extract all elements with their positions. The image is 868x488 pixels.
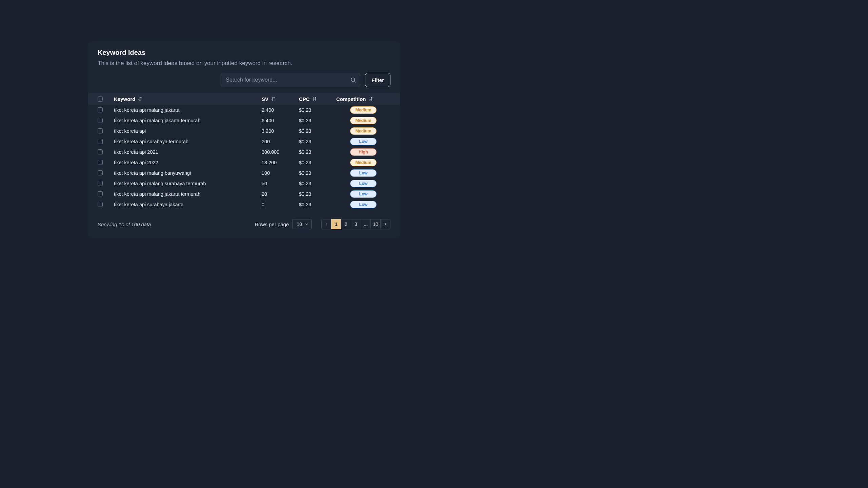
card-header: Keyword Ideas This is the list of keywor… bbox=[88, 49, 400, 67]
chevron-down-icon bbox=[305, 222, 309, 226]
sort-icon bbox=[369, 97, 373, 101]
table-row: tiket kereta api 3.200 $0.23 Medium bbox=[88, 126, 400, 136]
competition-badge: Low bbox=[350, 180, 377, 187]
sort-icon bbox=[138, 97, 142, 101]
cell-competition: High bbox=[336, 148, 390, 156]
table-row: tiket kereta api malang jakarta termurah… bbox=[88, 115, 400, 126]
page-prev[interactable] bbox=[321, 219, 331, 229]
col-competition-label: Competition bbox=[336, 96, 366, 102]
cell-sv: 13.200 bbox=[262, 160, 299, 165]
cell-competition: Low bbox=[336, 180, 390, 187]
cell-competition: Low bbox=[336, 190, 390, 198]
table-footer: Showing 10 of 100 data Rows per page 10 … bbox=[88, 210, 400, 231]
cell-competition: Low bbox=[336, 201, 390, 208]
row-checkbox[interactable] bbox=[98, 170, 103, 175]
page-10[interactable]: 10 bbox=[370, 219, 381, 229]
row-checkbox[interactable] bbox=[98, 160, 103, 165]
competition-badge: Medium bbox=[350, 127, 377, 135]
cell-cpc: $0.23 bbox=[299, 128, 336, 134]
table-row: tiket kereta api surabaya termurah 200 $… bbox=[88, 136, 400, 147]
row-checkbox[interactable] bbox=[98, 118, 103, 123]
cell-sv: 200 bbox=[262, 139, 299, 144]
competition-badge: Medium bbox=[350, 159, 377, 166]
cell-sv: 300.000 bbox=[262, 149, 299, 155]
cell-keyword: tiket kereta api surabaya jakarta bbox=[114, 202, 262, 207]
cell-competition: Medium bbox=[336, 117, 390, 124]
competition-badge: High bbox=[350, 148, 377, 156]
col-keyword-label: Keyword bbox=[114, 96, 135, 102]
page-next[interactable] bbox=[380, 219, 390, 229]
cell-keyword: tiket kereta api 2021 bbox=[114, 149, 262, 155]
cell-sv: 2.400 bbox=[262, 107, 299, 113]
competition-badge: Low bbox=[350, 138, 377, 145]
table-row: tiket kereta api malang banyuwangi 100 $… bbox=[88, 168, 400, 178]
cell-sv: 3.200 bbox=[262, 128, 299, 134]
competition-badge: Low bbox=[350, 169, 377, 177]
cell-cpc: $0.23 bbox=[299, 191, 336, 197]
col-keyword[interactable]: Keyword bbox=[114, 96, 262, 102]
cell-sv: 100 bbox=[262, 170, 299, 176]
page-1[interactable]: 1 bbox=[331, 219, 341, 229]
col-sv[interactable]: SV bbox=[262, 96, 299, 102]
table-row: tiket kereta api 2022 13.200 $0.23 Mediu… bbox=[88, 157, 400, 168]
toolbar: Filter bbox=[88, 67, 400, 93]
rows-per-page-value: 10 bbox=[297, 221, 302, 227]
cell-cpc: $0.23 bbox=[299, 160, 336, 165]
search-icon bbox=[350, 77, 356, 83]
col-cpc[interactable]: CPC bbox=[299, 96, 336, 102]
keyword-table: Keyword SV CPC Competition bbox=[88, 93, 400, 210]
rows-per-page-label: Rows per page bbox=[255, 221, 289, 227]
search-input[interactable] bbox=[221, 73, 360, 87]
page-3[interactable]: 3 bbox=[351, 219, 361, 229]
select-all-checkbox[interactable] bbox=[98, 97, 103, 102]
cell-cpc: $0.23 bbox=[299, 181, 336, 186]
row-checkbox[interactable] bbox=[98, 149, 103, 154]
cell-keyword: tiket kereta api 2022 bbox=[114, 160, 262, 165]
cell-competition: Medium bbox=[336, 127, 390, 135]
showing-text: Showing 10 of 100 data bbox=[98, 221, 151, 227]
table-row: tiket kereta api malang jakarta termurah… bbox=[88, 189, 400, 199]
search-wrap bbox=[221, 73, 360, 87]
cell-competition: Low bbox=[336, 138, 390, 145]
sort-icon bbox=[271, 97, 275, 101]
competition-badge: Medium bbox=[350, 106, 377, 114]
table-body: tiket kereta api malang jakarta 2.400 $0… bbox=[88, 105, 400, 210]
cell-keyword: tiket kereta api malang jakarta bbox=[114, 107, 262, 113]
cell-competition: Medium bbox=[336, 159, 390, 166]
row-checkbox[interactable] bbox=[98, 191, 103, 196]
cell-competition: Medium bbox=[336, 106, 390, 114]
row-checkbox[interactable] bbox=[98, 128, 103, 133]
filter-button[interactable]: Filter bbox=[365, 73, 390, 87]
table-header: Keyword SV CPC Competition bbox=[88, 93, 400, 105]
table-row: tiket kereta api malang surabaya termura… bbox=[88, 178, 400, 189]
chevron-right-icon bbox=[383, 222, 387, 226]
chevron-left-icon bbox=[324, 222, 328, 226]
cell-keyword: tiket kereta api malang jakarta termurah bbox=[114, 191, 262, 197]
competition-badge: Medium bbox=[350, 117, 377, 124]
cell-keyword: tiket kereta api surabaya termurah bbox=[114, 139, 262, 144]
row-checkbox[interactable] bbox=[98, 202, 103, 207]
cell-keyword: tiket kereta api malang jakarta termurah bbox=[114, 118, 262, 123]
cell-sv: 20 bbox=[262, 191, 299, 197]
cell-sv: 0 bbox=[262, 202, 299, 207]
svg-line-1 bbox=[354, 81, 356, 82]
keyword-ideas-card: Keyword Ideas This is the list of keywor… bbox=[88, 41, 400, 239]
rows-per-page-select[interactable]: 10 bbox=[292, 219, 312, 229]
cell-sv: 50 bbox=[262, 181, 299, 186]
cell-keyword: tiket kereta api bbox=[114, 128, 262, 134]
col-sv-label: SV bbox=[262, 96, 268, 102]
page-ellipsis: ... bbox=[361, 219, 371, 229]
page-2[interactable]: 2 bbox=[341, 219, 351, 229]
sort-icon bbox=[312, 97, 317, 101]
col-competition[interactable]: Competition bbox=[336, 96, 390, 102]
row-checkbox[interactable] bbox=[98, 107, 103, 112]
competition-badge: Low bbox=[350, 201, 377, 208]
row-checkbox[interactable] bbox=[98, 139, 103, 144]
card-title: Keyword Ideas bbox=[98, 49, 390, 57]
table-row: tiket kereta api surabaya jakarta 0 $0.2… bbox=[88, 199, 400, 210]
cell-cpc: $0.23 bbox=[299, 118, 336, 123]
competition-badge: Low bbox=[350, 190, 377, 198]
row-checkbox[interactable] bbox=[98, 181, 103, 186]
table-row: tiket kereta api malang jakarta 2.400 $0… bbox=[88, 105, 400, 115]
cell-cpc: $0.23 bbox=[299, 202, 336, 207]
